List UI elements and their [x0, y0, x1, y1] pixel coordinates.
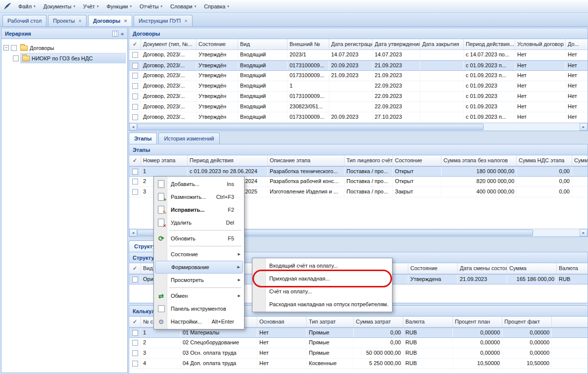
context-menu-item[interactable]: Добавить...Ins	[155, 178, 243, 190]
column-header[interactable]	[552, 317, 588, 327]
tab[interactable]: Инструкции ПУП✕	[134, 15, 193, 26]
context-menu-item[interactable]: УдалитьDel	[155, 216, 243, 229]
tree-node-root[interactable]: − Договоры	[3, 43, 125, 53]
row-checkbox[interactable]	[132, 361, 138, 367]
context-menu-item[interactable]: Размножить...Ctrl+F3	[155, 190, 243, 203]
tab-close-icon[interactable]: ✕	[78, 19, 82, 23]
submenu-item[interactable]: Счёт на оплату...	[253, 285, 391, 298]
column-header[interactable]: Период действия...	[464, 39, 515, 49]
column-header[interactable]: Дата утверждения	[373, 39, 420, 49]
tab-active[interactable]: Договоры✕	[88, 15, 132, 26]
menubar-item[interactable]: Файл▾	[15, 1, 39, 11]
column-header[interactable]: Тип затрат	[307, 317, 354, 327]
table-row[interactable]: Договор, 2023/...УтверждёнВходящий017310…	[129, 71, 588, 81]
collapse-expander-icon[interactable]: −	[3, 45, 9, 50]
column-header[interactable]: Состояние	[408, 263, 458, 274]
context-menu-item[interactable]: Настройки...Alt+Enter	[155, 315, 243, 328]
column-header[interactable]: Документ (тип, №...	[141, 39, 196, 49]
scroll-thumb[interactable]	[137, 124, 484, 130]
column-header[interactable]: Дата регистрации...	[329, 39, 373, 49]
table-row[interactable]: Договор, 2023/...УтверждёнВходящий017310…	[129, 92, 588, 102]
column-header[interactable]: Валюта	[403, 317, 453, 327]
menubar-item[interactable]: Справка▾	[200, 1, 233, 11]
column-header[interactable]: Период действия	[188, 155, 268, 166]
menubar-item[interactable]: Отчёты▾	[136, 1, 166, 11]
column-header[interactable]: Процент факт	[502, 317, 552, 327]
row-checkbox[interactable]	[132, 179, 138, 185]
row-checkbox[interactable]	[132, 94, 138, 99]
scroll-right-icon[interactable]: ►	[580, 229, 588, 236]
column-header[interactable]: Сумма затрат	[354, 317, 403, 327]
columns-icon[interactable]	[112, 31, 118, 37]
column-header[interactable]: Внешний №	[288, 39, 329, 49]
table-row[interactable]: 303 Осн. оплата трудаНетПрямые50 000 000…	[129, 348, 588, 359]
table-row[interactable]: Договор, 2023/...УтверждёнВходящий2023/1…	[129, 50, 588, 60]
context-menu-item[interactable]: Состояние▶	[155, 248, 243, 261]
table-row[interactable]: Договор, 2023/...УтверждёнВходящий122.09…	[129, 81, 588, 92]
row-checkbox[interactable]	[132, 340, 138, 346]
table-row[interactable]: Договор, 2023/...УтверждёнВходящий017310…	[129, 112, 588, 123]
tab-stage[interactable]: История изменений	[158, 133, 219, 144]
scroll-right-icon[interactable]: ►	[580, 123, 588, 131]
submenu-item[interactable]: Расходная накладная на отпуск потребител…	[253, 298, 391, 311]
column-header[interactable]: Состояние	[196, 39, 238, 49]
column-header[interactable]: ✓	[129, 155, 141, 166]
column-header[interactable]: ✓	[129, 317, 141, 327]
submenu-item[interactable]: Входящий счёт на оплату...	[253, 259, 391, 272]
table-row[interactable]: Договор, 2023/...УтверждёнВходящий017310…	[129, 60, 588, 71]
node-checkbox[interactable]	[13, 55, 19, 61]
tree-node-child[interactable]: НИОКР по ГОЗ без НДС	[3, 53, 125, 63]
tab[interactable]: Проекты✕	[48, 15, 87, 26]
tab-close-icon[interactable]: ✕	[184, 19, 188, 23]
column-header[interactable]: Состояние	[393, 155, 441, 166]
scroll-left-icon[interactable]: ◄	[129, 123, 137, 131]
row-checkbox[interactable]	[132, 277, 138, 282]
row-checkbox[interactable]	[132, 63, 138, 69]
row-checkbox[interactable]	[132, 189, 138, 195]
node-checkbox[interactable]	[11, 45, 17, 51]
menubar-item[interactable]: Документы▾	[40, 1, 79, 11]
context-menu-item[interactable]: ОбновитьF5	[155, 232, 243, 245]
row-checkbox[interactable]	[132, 169, 138, 175]
column-header[interactable]: Номер этапа	[141, 155, 188, 166]
table-row[interactable]: 202 СпецоборудованиеНетПрямые0,00RUB0,00…	[129, 338, 588, 348]
row-checkbox[interactable]	[132, 104, 138, 110]
row-checkbox[interactable]	[132, 52, 138, 58]
column-header[interactable]: Дата закрытия	[420, 39, 464, 49]
column-header[interactable]: ✓	[129, 39, 141, 49]
table-row[interactable]: 1с 01.09.2023 по 28.06.2024Разработка те…	[129, 166, 588, 177]
submenu-item[interactable]: Приходная накладная...	[253, 272, 391, 285]
row-checkbox[interactable]	[132, 73, 138, 79]
menubar-item[interactable]: Словари▾	[167, 1, 199, 11]
column-header[interactable]: Сумма эт...	[572, 155, 588, 166]
column-header[interactable]: Сумма	[507, 263, 557, 274]
column-header[interactable]: Дата смены состоя	[458, 263, 507, 274]
column-header[interactable]: Сумма НДС этапа	[517, 155, 572, 166]
scroll-left-icon[interactable]: ◄	[129, 229, 137, 236]
row-checkbox[interactable]	[132, 350, 138, 356]
table-row[interactable]: 404 Доп. оплата трудаНетКосвенные5 250 0…	[129, 359, 588, 369]
tab-stage[interactable]: Этапы	[129, 133, 157, 144]
column-header[interactable]: Описание этапа	[268, 155, 344, 166]
column-header[interactable]: Сумма этапа без налогов	[441, 155, 517, 166]
collapse-panel-icon[interactable]: «	[121, 31, 124, 36]
context-menu-item[interactable]: Панель инструментов	[155, 302, 243, 315]
context-menu-item[interactable]: Формирование▶	[155, 261, 243, 274]
column-header[interactable]: Валюта	[557, 263, 588, 274]
row-checkbox[interactable]	[132, 83, 138, 89]
context-menu-item[interactable]: Обмен▶	[155, 289, 243, 302]
column-header[interactable]: До...	[566, 39, 588, 49]
column-header[interactable]: Тип лицевого счёт	[344, 155, 393, 166]
context-menu-item[interactable]: Исправить...F2	[155, 203, 243, 216]
column-header[interactable]: Основная	[257, 317, 307, 327]
row-checkbox[interactable]	[132, 114, 138, 120]
tab-close-icon[interactable]: ✕	[124, 19, 127, 23]
column-header[interactable]: Процент план	[453, 317, 502, 327]
table-row[interactable]: Договор, 2023/...УтверждёнВходящий230823…	[129, 102, 588, 112]
column-header[interactable]: Условный договор	[515, 39, 566, 49]
column-header[interactable]: Вид	[238, 39, 288, 49]
horizontal-scrollbar[interactable]: ◄ ►	[129, 123, 588, 131]
menubar-item[interactable]: Учёт▾	[80, 1, 102, 11]
column-header[interactable]: ✓	[129, 263, 141, 274]
menubar-item[interactable]: Функции▾	[103, 1, 135, 11]
